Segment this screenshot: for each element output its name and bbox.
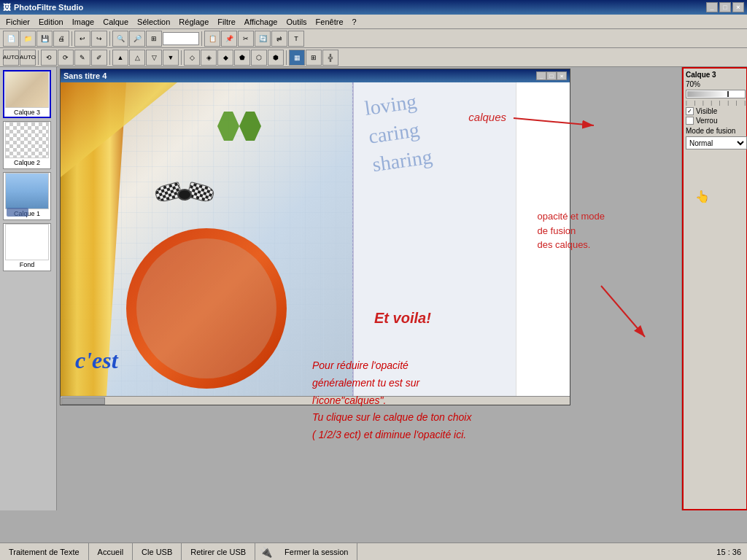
layer-item-calque3[interactable]: Calque 3 [3,70,51,118]
handwriting-text: loving caring sharing [363,86,434,179]
close-button[interactable]: × [732,2,744,12]
menu-fenetre[interactable]: Fenêtre [311,16,348,28]
print-button[interactable]: 🖨 [53,31,69,47]
separator-7 [286,50,287,65]
menu-image[interactable]: Image [68,16,99,28]
zoom-out-button[interactable]: 🔎 [129,31,145,47]
toolbar-file-group: 📄 📁 💾 🖨 [3,31,69,47]
paste-button[interactable]: 📌 [221,31,237,47]
auto2-button[interactable]: AUTO [20,50,36,66]
tool-c1[interactable]: ▲ [112,50,128,66]
status-cle-usb-label: Cle USB [142,548,172,556]
doc-minimize-button[interactable]: _ [536,71,546,80]
ribbon-left [217,112,239,141]
text-tool-button[interactable]: T [288,31,304,47]
tool-c4[interactable]: ▼ [163,50,179,66]
layer-item-calque1[interactable]: Calque 1 [3,172,51,220]
status-accueil[interactable]: Accueil [89,543,133,560]
status-time: 15 : 36 [711,548,747,556]
window-controls: _ □ × [706,2,744,12]
layer-thumb-calque3 [5,71,49,108]
ribbon-right [239,112,261,141]
menu-fichier[interactable]: Fichier [1,16,34,28]
status-traitement-label: Traitement de Texte [9,548,80,556]
rotate-button[interactable]: 🔄 [255,31,271,47]
crop-button[interactable]: ✂ [238,31,254,47]
maximize-button[interactable]: □ [719,2,731,12]
guides-btn[interactable]: ╬ [322,50,338,66]
tool-b2[interactable]: ⟳ [58,50,74,66]
toolbar-misc-group: 📋 📌 ✂ 🔄 ⇌ T [204,31,304,47]
grid-btn[interactable]: ⊞ [306,50,322,66]
calques-annotation: calques [468,111,506,123]
menu-outils[interactable]: Outils [282,16,311,28]
annotation-line4: Tu clique sur le calque de ton choix [312,409,674,427]
status-cle-usb[interactable]: Cle USB [133,543,182,560]
layer-item-calque2[interactable]: Calque 2 [3,121,51,169]
tool-b1[interactable]: ⟲ [41,50,57,66]
layer-label-fond: Fond [19,260,36,269]
zoom-in-button[interactable]: 🔍 [112,31,128,47]
tool-c3[interactable]: ▽ [146,50,162,66]
zoom-input[interactable]: 100% [163,32,199,45]
toolbar-edit-group: ↩ ↪ [74,31,107,47]
calques-label: calques [468,111,506,123]
tool-e3[interactable]: ⬢ [268,50,284,66]
undo-button[interactable]: ↩ [74,31,90,47]
status-bar: Traitement de Texte Accueil Cle USB Reti… [0,542,747,560]
zoom-fit-button[interactable]: ⊞ [146,31,162,47]
status-traitement[interactable]: Traitement de Texte [0,543,89,560]
annotation-text: Pour réduire l'opacité généralement tu e… [312,357,674,444]
tool-d3[interactable]: ◆ [217,50,233,66]
menu-calque[interactable]: Calque [98,16,133,28]
redo-button[interactable]: ↪ [91,31,107,47]
annotation-line1: Pour réduire l'opacité [312,357,674,375]
menu-affichage[interactable]: Affichage [240,16,282,28]
menu-selection[interactable]: Sélection [133,16,174,28]
tool-b3[interactable]: ✎ [74,50,90,66]
open-button[interactable]: 📁 [20,31,36,47]
status-fermer-session[interactable]: Fermer la session [276,543,357,560]
opacity-slider-fill [687,91,729,97]
doc-maximize-button[interactable]: □ [546,71,557,80]
status-retirer-cle-label: Retirer cle USB [190,548,246,556]
mode-fusion-label: Mode de fusion [686,127,744,135]
tool-e1[interactable]: ⬟ [234,50,250,66]
separator-1 [71,31,72,46]
doc-close-button[interactable]: × [557,71,567,80]
opacity-slider[interactable] [686,90,746,98]
opacite-line2: de fusion [537,224,605,238]
layers-panel: Calque 3 Calque 2 Calque 1 Fond [0,67,57,510]
menu-edition[interactable]: Edition [34,16,68,28]
menu-help[interactable]: ? [348,16,361,28]
minimize-button[interactable]: _ [706,2,718,12]
bow-decoration [155,177,214,221]
layer-label-calque3: Calque 3 [13,108,41,117]
opacite-annotation: opacité et mode de fusion des calques. [537,209,605,252]
copy-button[interactable]: 📋 [204,31,220,47]
opacite-line1: opacité et mode [537,209,605,224]
tool-b4[interactable]: ✐ [91,50,107,66]
menu-filtre[interactable]: Filtre [213,16,239,28]
auto-button[interactable]: AUTO [3,50,19,66]
layer-item-fond[interactable]: Fond [3,223,51,271]
color-picker-btn[interactable]: ▦ [289,50,305,66]
tool-c2[interactable]: △ [129,50,145,66]
visible-checkbox[interactable]: ✓ [686,107,694,115]
save-button[interactable]: 💾 [36,31,53,47]
toolbar-secondary: AUTO AUTO ⟲ ⟳ ✎ ✐ ▲ △ ▽ ▼ ◇ ◈ ◆ ⬟ ⬡ ⬢ ▦ … [0,48,747,67]
usb-icon: 🔌 [258,545,273,559]
menu-reglage[interactable]: Réglage [174,16,213,28]
annotation-line5: ( 1/2/3 ect) et diminue l'opacité ici. [312,427,674,444]
flip-button[interactable]: ⇌ [271,31,287,47]
layer-props-title: Calque 3 [686,71,744,79]
new-button[interactable]: 📄 [3,31,19,47]
mode-fusion-select[interactable]: Normal Multiplier Screen Overlay [686,136,747,149]
tool-d1[interactable]: ◇ [184,50,200,66]
tool-e2[interactable]: ⬡ [251,50,267,66]
status-retirer-cle[interactable]: Retirer cle USB [182,543,255,560]
toolbar-view-group: 🔍 🔎 ⊞ 100% [112,31,199,47]
layer-thumb-calque1 [5,173,49,209]
verrou-checkbox[interactable] [686,117,694,125]
tool-d2[interactable]: ◈ [201,50,217,66]
